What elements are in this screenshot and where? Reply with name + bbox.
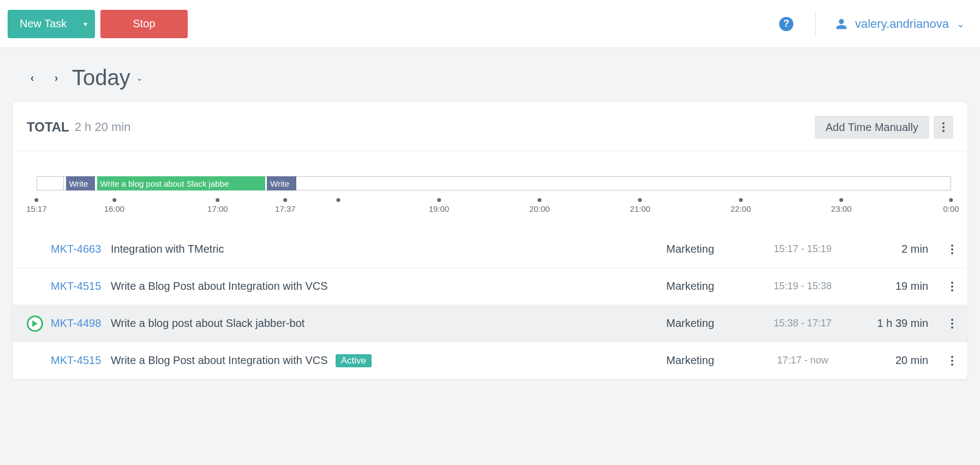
entry-menu-button[interactable] xyxy=(928,354,953,367)
timeline-tick: 15:17 xyxy=(26,198,47,213)
entry-menu-button[interactable] xyxy=(928,243,953,256)
total-value: 2 h 20 min xyxy=(75,120,131,134)
page-body: ‹ › Today ⌄ TOTAL 2 h 20 min Add Time Ma… xyxy=(0,48,980,392)
entry-row[interactable]: MKT-4515Write a Blog Post about Integrat… xyxy=(13,342,967,379)
timeline-block[interactable]: Write a blog post about Slack jabbe xyxy=(97,176,265,190)
user-icon xyxy=(835,18,847,30)
user-name: valery.andrianova xyxy=(855,17,949,31)
entry-duration: 1 h 39 min xyxy=(852,317,928,330)
date-title-text: Today xyxy=(72,65,130,90)
entry-time-range: 15:38 - 17:17 xyxy=(754,318,852,329)
entry-time-range: 15:19 - 15:38 xyxy=(754,281,852,292)
timeline[interactable]: WriteWrite a blog post about Slack jabbe… xyxy=(37,171,951,195)
ticket-link[interactable]: MKT-4498 xyxy=(51,317,111,330)
new-task-button[interactable]: New Task ▾ xyxy=(8,10,95,38)
chevron-down-icon: ⌄ xyxy=(136,73,143,83)
timeline-section: WriteWrite a blog post about Slack jabbe… xyxy=(13,151,967,220)
user-menu[interactable]: valery.andrianova ⌄ xyxy=(835,17,965,31)
entry-duration: 2 min xyxy=(852,243,928,255)
play-slot xyxy=(27,315,51,332)
entry-project: Marketing xyxy=(666,280,754,293)
timeline-tick: 17:37 xyxy=(275,198,296,213)
timeline-tick: 16:00 xyxy=(104,198,125,213)
new-task-label: New Task xyxy=(20,17,67,30)
entry-project: Marketing xyxy=(666,243,754,255)
timeline-tick xyxy=(337,198,340,204)
date-nav: ‹ › Today ⌄ xyxy=(12,60,968,101)
timeline-axis: 15:1716:0017:0017:3719:0020:0021:0022:00… xyxy=(37,198,951,214)
ticket-link[interactable]: MKT-4663 xyxy=(51,243,111,255)
entry-row[interactable]: MKT-4498Write a blog post about Slack ja… xyxy=(13,305,967,342)
entry-project: Marketing xyxy=(666,317,754,330)
timeline-tick: 20:00 xyxy=(529,198,550,213)
topbar: New Task ▾ Stop ? valery.andrianova ⌄ xyxy=(0,0,980,48)
timeline-tick: 23:00 xyxy=(831,198,852,213)
entry-duration: 19 min xyxy=(852,280,928,293)
timeline-tick: 0:00 xyxy=(943,198,959,213)
help-icon[interactable]: ? xyxy=(779,17,793,31)
timeline-tick: 22:00 xyxy=(731,198,751,213)
card-menu-button[interactable] xyxy=(934,116,953,139)
entry-time-range: 15:17 - 15:19 xyxy=(754,243,852,255)
timeline-tick: 21:00 xyxy=(630,198,650,213)
ticket-link[interactable]: MKT-4515 xyxy=(51,354,111,367)
entry-description: Write a Blog Post about Integration with… xyxy=(111,280,666,293)
entry-description: Write a Blog Post about Integration with… xyxy=(111,354,666,367)
kebab-icon xyxy=(942,121,945,134)
entry-duration: 20 min xyxy=(852,354,928,367)
kebab-icon xyxy=(951,280,953,293)
timeline-block[interactable] xyxy=(37,176,64,190)
entry-description: Write a blog post about Slack jabber-bot xyxy=(111,317,666,330)
next-day-button[interactable]: › xyxy=(48,70,64,86)
separator xyxy=(815,11,816,37)
timeline-tick: 17:00 xyxy=(207,198,228,213)
entry-description: Integration with TMetric xyxy=(111,243,666,255)
entry-project: Marketing xyxy=(666,354,754,367)
chevron-down-icon: ▾ xyxy=(83,20,87,28)
timeline-block[interactable]: Write xyxy=(267,176,296,190)
kebab-icon xyxy=(951,243,953,256)
card-header: TOTAL 2 h 20 min Add Time Manually xyxy=(13,116,967,151)
timeline-block[interactable]: Write xyxy=(66,176,95,190)
active-badge: Active xyxy=(336,354,372,367)
total-label: TOTAL xyxy=(27,120,69,135)
entry-menu-button[interactable] xyxy=(928,317,953,330)
timeline-tick: 19:00 xyxy=(429,198,450,213)
stop-label: Stop xyxy=(133,17,155,30)
entry-row[interactable]: MKT-4515Write a Blog Post about Integrat… xyxy=(13,268,967,305)
play-button[interactable] xyxy=(27,315,43,332)
kebab-icon xyxy=(951,317,953,330)
prev-day-button[interactable]: ‹ xyxy=(24,70,40,86)
entry-menu-button[interactable] xyxy=(928,280,953,293)
entry-time-range: 17:17 - now xyxy=(754,355,852,366)
main-card: TOTAL 2 h 20 min Add Time Manually Write… xyxy=(12,101,968,380)
stop-button[interactable]: Stop xyxy=(100,10,188,38)
entries-list: MKT-4663Integration with TMetricMarketin… xyxy=(13,231,967,379)
add-time-manually-button[interactable]: Add Time Manually xyxy=(815,116,929,139)
entry-row[interactable]: MKT-4663Integration with TMetricMarketin… xyxy=(13,231,967,268)
ticket-link[interactable]: MKT-4515 xyxy=(51,280,111,293)
chevron-down-icon: ⌄ xyxy=(957,18,965,30)
kebab-icon xyxy=(951,354,953,367)
date-picker[interactable]: Today ⌄ xyxy=(72,65,143,90)
